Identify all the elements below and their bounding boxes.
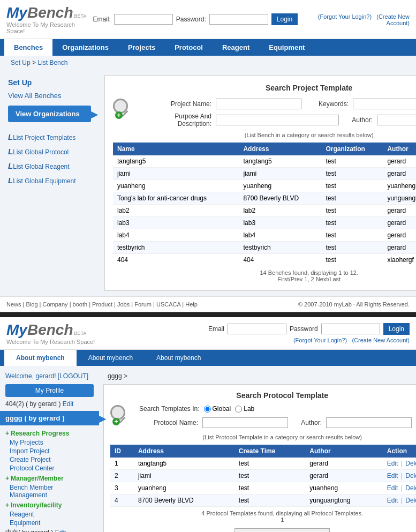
- edit-link-404[interactable]: Edit: [63, 400, 74, 408]
- link-import-project[interactable]: Import Project: [0, 447, 99, 455]
- footer-link-help[interactable]: Help: [185, 301, 198, 308]
- bench-path: gggg >: [103, 370, 416, 382]
- link-reagent[interactable]: Reagent: [0, 510, 99, 519]
- edit-link-b[interactable]: Edit: [387, 497, 398, 504]
- author-input[interactable]: [377, 115, 416, 125]
- footer-link-product[interactable]: Product: [92, 301, 112, 308]
- delete-link-b[interactable]: Delete: [405, 484, 416, 492]
- forgot-links: (Forgot Your Login?) (Create New Account…: [301, 13, 410, 26]
- delete-link-b[interactable]: Delete: [405, 472, 416, 479]
- forgot-login-link-bottom[interactable]: (Forgot Your Login?): [293, 337, 347, 343]
- view-organizations-button[interactable]: View Organizations: [8, 106, 91, 122]
- author-input-bottom[interactable]: [326, 417, 412, 428]
- table-row: 404404testxiaohergfEdit | Delete: [113, 254, 416, 266]
- letter-L-icon3: L: [8, 161, 13, 170]
- tab-organizations[interactable]: Organizations: [52, 39, 118, 56]
- delete-link-b[interactable]: Delete: [405, 497, 416, 504]
- protocol-name-input[interactable]: [202, 417, 288, 428]
- table-row: lab4lab4testgerardEdit | Delete: [113, 229, 416, 242]
- footer-link-uscaca[interactable]: USCACA: [156, 301, 180, 308]
- login-button[interactable]: Login: [271, 13, 298, 25]
- plus-icon: +: [115, 111, 123, 119]
- tab-protocol[interactable]: Protocol: [165, 39, 213, 56]
- sidebar-list-project-templates[interactable]: LList Project Templates: [0, 130, 99, 144]
- purpose-input[interactable]: [216, 115, 339, 125]
- search-panel-title-bottom: Search Protocol Template: [110, 391, 416, 400]
- tab-projects[interactable]: Projects: [118, 39, 165, 56]
- delete-link-b[interactable]: Delete: [405, 460, 416, 467]
- breadcrumb-setup[interactable]: Set Up: [11, 59, 31, 66]
- sidebar-list-global-equipment[interactable]: LList Global Equipment: [0, 173, 99, 188]
- edit-link-b[interactable]: Edit: [387, 472, 398, 479]
- edit-link-b[interactable]: Edit: [387, 484, 398, 492]
- logout-link[interactable]: [LOGOUT]: [58, 372, 88, 380]
- password-label-bottom: Password: [290, 325, 318, 333]
- search-panel-bottom: Search Protocol Template + Search Templa…: [103, 384, 416, 532]
- sidebar-edit-link[interactable]: Edit: [55, 529, 66, 532]
- logo-subtitle-bottom: Welcome To My Research Space!: [6, 339, 95, 345]
- link-equipment[interactable]: Equipment: [0, 519, 99, 527]
- footer-link-jobs[interactable]: Jobs: [117, 301, 130, 308]
- tab-about-mybench-2[interactable]: About mybench: [77, 350, 145, 366]
- link-my-projects[interactable]: My Projects: [0, 438, 99, 447]
- search-icon-area: +: [113, 99, 137, 122]
- footer-link-forum[interactable]: Forum: [134, 301, 152, 308]
- email-input[interactable]: [114, 14, 173, 25]
- breadcrumb: Set Up > List Bench: [0, 56, 416, 70]
- letter-L-icon4: L: [8, 176, 13, 185]
- table-row: 3yuanhengtestyuanhengEdit | Delete: [110, 482, 416, 494]
- create-account-link-bottom[interactable]: (Create New Account): [352, 337, 410, 343]
- welcome-text: Welcome, gerard! [LOGOUT]: [0, 370, 99, 382]
- nav-tabs-bottom: About mybench About mybench About mybenc…: [0, 350, 416, 366]
- letter-L-icon: L: [8, 132, 13, 141]
- footer-link-booth[interactable]: booth: [73, 301, 88, 308]
- header-bottom: MyBenchBETA Welcome To My Research Space…: [0, 317, 416, 350]
- footer-link-company[interactable]: Company: [43, 301, 68, 308]
- sidebar-list-global-protocol[interactable]: LList Global Protocol: [0, 144, 99, 159]
- col-organization: Organization: [322, 143, 383, 155]
- password-input-bottom[interactable]: [321, 324, 380, 334]
- keywords-input[interactable]: [353, 99, 416, 109]
- tab-reagent[interactable]: Reagent: [213, 39, 259, 56]
- radio-global[interactable]: Global: [204, 405, 231, 413]
- col-author-b: Author: [305, 445, 382, 458]
- main-layout-top: Set Up View All Benches View Organizatio…: [0, 70, 416, 296]
- edit-link-b[interactable]: Edit: [387, 460, 398, 467]
- results-table-top: Name Address Organization Author Action …: [113, 143, 416, 266]
- tab-about-mybench-3[interactable]: About mybench: [145, 350, 213, 366]
- my-profile-button[interactable]: My Profile: [5, 384, 94, 397]
- protocol-name-label: Protocol Name:: [139, 419, 198, 426]
- email-input-bottom[interactable]: [228, 324, 286, 334]
- link-create-project[interactable]: Create Project: [0, 455, 99, 464]
- logo: MyBenchBETA: [6, 4, 93, 21]
- sidebar-list-global-reagent[interactable]: LList Global Reagent: [0, 159, 99, 173]
- footer-link-news[interactable]: News: [6, 301, 21, 308]
- author-label-bottom: Author:: [292, 419, 322, 426]
- forgot-login-link[interactable]: (Forgot Your Login?): [318, 13, 372, 20]
- radio-lab-input[interactable]: [235, 406, 242, 413]
- header-auth-bottom: Email Password Login (Forgot Your Login?…: [208, 323, 410, 343]
- tab-about-mybench-1[interactable]: About mybench: [4, 350, 77, 366]
- tab-benches[interactable]: Benches: [4, 39, 52, 56]
- radio-global-input[interactable]: [204, 406, 211, 413]
- nav-tabs-top: Benches Organizations Projects Protocol …: [0, 39, 416, 56]
- login-button-bottom[interactable]: Login: [383, 323, 410, 335]
- tab-equipment[interactable]: Equipment: [259, 39, 314, 56]
- section-inventory: Inventory/facility: [0, 499, 99, 510]
- create-account-link[interactable]: (Create New Account): [376, 13, 410, 26]
- breadcrumb-list-bench[interactable]: List Bench: [37, 59, 67, 66]
- active-bench-gggg[interactable]: gggg ( by gerard ): [0, 411, 99, 425]
- table-row: 2jiamitestgerardEdit | Delete: [110, 470, 416, 482]
- search-in-label: Search Templates In:: [139, 405, 200, 413]
- sidebar-view-all[interactable]: View All Benches: [0, 89, 99, 102]
- add-protocol-template-button[interactable]: add new Protocol Template: [235, 528, 330, 532]
- link-protocol-center[interactable]: Protocol Center: [0, 464, 99, 473]
- author-label: Author:: [343, 116, 373, 124]
- link-bench-member-mgmt[interactable]: Bench Member Management: [0, 483, 99, 499]
- password-input[interactable]: [209, 14, 268, 25]
- results-table-bottom: ID Address Create Time Author Action 1ta…: [110, 445, 416, 507]
- radio-lab[interactable]: Lab: [235, 405, 254, 413]
- footer-link-blog[interactable]: Blog: [26, 301, 38, 308]
- email-label-bottom: Email: [208, 325, 224, 333]
- project-name-input[interactable]: [216, 99, 301, 109]
